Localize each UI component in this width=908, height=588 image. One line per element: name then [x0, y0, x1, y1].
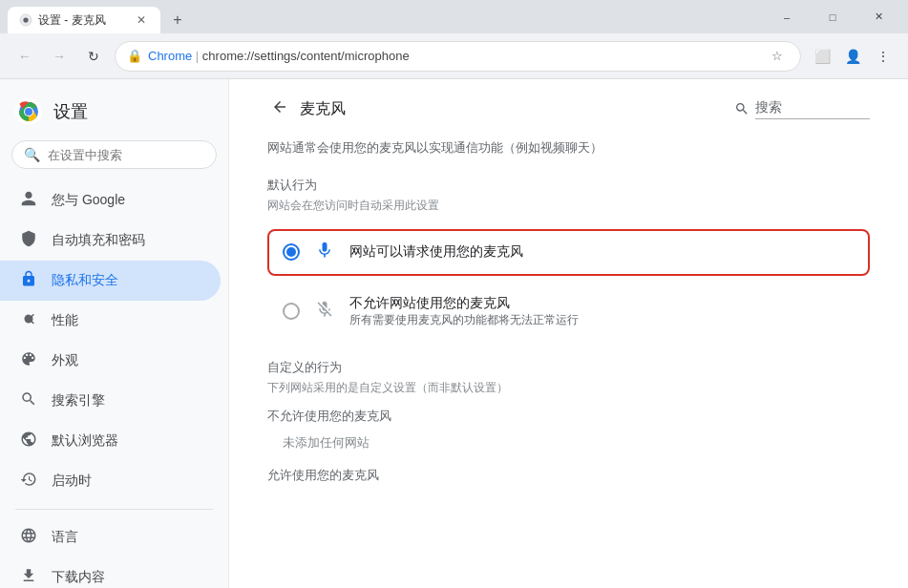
maximize-button[interactable]: □ [811, 2, 855, 32]
window-controls: – □ ✕ [765, 2, 900, 32]
sidebar-item-label-privacy: 隐私和安全 [52, 272, 118, 289]
active-tab[interactable]: 设置 - 麦克风 ✕ [8, 7, 160, 33]
appearance-icon [19, 350, 38, 371]
extension-button[interactable]: ⬜ [809, 43, 835, 70]
default-behavior-sublabel: 网站会在您访问时自动采用此设置 [267, 198, 870, 214]
allow-title: 允许使用您的麦克风 [267, 467, 870, 484]
shield-icon [19, 230, 38, 251]
chrome-logo-icon [15, 98, 42, 125]
sidebar-search-bar[interactable]: 🔍 [11, 140, 217, 169]
person-icon [19, 190, 38, 211]
toolbar-buttons: ⬜ 👤 ⋮ [809, 43, 897, 70]
new-tab-button[interactable]: + [164, 7, 191, 33]
addressbar: ← → ↻ 🔒 Chrome | chrome://settings/conte… [0, 33, 908, 79]
custom-behavior-section: 自定义的行为 下列网站采用的是自定义设置（而非默认设置） 不允许使用您的麦克风 … [267, 359, 870, 484]
custom-behavior-sub: 下列网站采用的是自定义设置（而非默认设置） [267, 380, 870, 396]
sidebar-item-startup[interactable]: 启动时 [0, 461, 221, 501]
tab-area: 设置 - 麦克风 ✕ + [8, 0, 765, 33]
sidebar-item-performance[interactable]: 性能 [0, 301, 221, 341]
account-button[interactable]: 👤 [839, 43, 866, 70]
url-brand: Chrome [148, 49, 192, 63]
radio-option-allow[interactable]: 网站可以请求使用您的麦克风 [267, 229, 870, 276]
sidebar-item-appearance[interactable]: 外观 [0, 341, 221, 381]
sidebar-item-privacy[interactable]: 隐私和安全 [0, 261, 221, 301]
reload-button[interactable]: ↻ [80, 43, 107, 70]
sidebar-item-label-language: 语言 [52, 529, 78, 546]
breadcrumb: 麦克风 [267, 94, 346, 123]
url-actions: ☆ [766, 45, 789, 68]
forward-button[interactable]: → [46, 43, 73, 70]
header-search-icon [734, 101, 750, 116]
sidebar-item-label-startup: 启动时 [52, 472, 92, 490]
url-text: Chrome | chrome://settings/content/micro… [148, 49, 760, 63]
search-engine-icon [19, 390, 38, 411]
download-icon [19, 567, 38, 588]
sidebar-item-google[interactable]: 您与 Google [0, 180, 221, 220]
menu-button[interactable]: ⋮ [870, 43, 897, 70]
sidebar-item-search[interactable]: 搜索引擎 [0, 381, 221, 421]
tab-favicon [19, 13, 32, 27]
url-bar[interactable]: 🔒 Chrome | chrome://settings/content/mic… [115, 41, 801, 72]
settings-main-title: 设置 [53, 100, 88, 123]
main-layout: 设置 🔍 您与 Google 自动填充和密码 隐私和安全 [0, 79, 908, 588]
sidebar-item-label-browser: 默认浏览器 [52, 432, 118, 450]
sidebar-item-language[interactable]: 语言 [0, 517, 221, 557]
back-button[interactable] [267, 94, 292, 123]
no-sites-label: 未添加任何网站 [267, 430, 870, 452]
radio-option-deny[interactable]: 不允许网站使用您的麦克风 所有需要使用麦克风的功能都将无法正常运行 [267, 284, 870, 340]
custom-behavior-title: 自定义的行为 [267, 359, 870, 376]
sidebar-item-autofill[interactable]: 自动填充和密码 [0, 220, 221, 261]
sidebar-item-label-google: 您与 Google [52, 192, 125, 209]
bookmark-button[interactable]: ☆ [766, 45, 789, 68]
titlebar: 设置 - 麦克风 ✕ + – □ ✕ [0, 0, 908, 33]
radio-allow-label: 网站可以请求使用您的麦克风 [349, 243, 523, 261]
sidebar-item-label-appearance: 外观 [52, 352, 78, 369]
lock-icon [19, 270, 38, 291]
radio-deny-label: 不允许网站使用您的麦克风 [349, 295, 579, 312]
sidebar-item-label-autofill: 自动填充和密码 [52, 232, 145, 249]
sidebar-search-icon: 🔍 [24, 147, 40, 162]
sidebar-item-label-downloads: 下载内容 [52, 569, 105, 586]
svg-point-5 [25, 108, 32, 116]
url-path: chrome://settings/content/microphone [202, 49, 410, 63]
sidebar-search-input[interactable] [48, 148, 208, 162]
close-button[interactable]: ✕ [856, 2, 900, 32]
no-allow-title: 不允许使用您的麦克风 [267, 408, 870, 425]
sidebar-item-browser[interactable]: 默认浏览器 [0, 421, 221, 461]
tab-title: 设置 - 麦克风 [38, 12, 128, 29]
sidebar-item-label-search: 搜索引擎 [52, 392, 105, 410]
sidebar-header: 设置 [0, 87, 228, 136]
back-button[interactable]: ← [11, 43, 38, 70]
sidebar-item-label-performance: 性能 [52, 312, 78, 329]
content-area: 麦克风 搜索 网站通常会使用您的麦克风以实现通信功能（例如视频聊天） 默认行为 … [229, 79, 908, 588]
minimize-button[interactable]: – [765, 2, 809, 32]
radio-deny-text: 不允许网站使用您的麦克风 所有需要使用麦克风的功能都将无法正常运行 [349, 295, 579, 328]
radio-deny-circle [283, 303, 300, 320]
page-header: 麦克风 搜索 [229, 79, 908, 131]
header-search-label: 搜索 [755, 99, 870, 119]
performance-icon [19, 310, 38, 331]
radio-allow-circle [283, 243, 300, 261]
page-description: 网站通常会使用您的麦克风以实现通信功能（例如视频聊天） [267, 138, 870, 158]
default-behavior-label: 默认行为 [267, 177, 870, 194]
sidebar-item-downloads[interactable]: 下载内容 [0, 557, 221, 588]
content-body: 网站通常会使用您的麦克风以实现通信功能（例如视频聊天） 默认行为 网站会在您访问… [229, 131, 908, 503]
page-title: 麦克风 [300, 99, 346, 119]
security-icon: 🔒 [127, 49, 142, 63]
startup-icon [19, 471, 38, 492]
radio-deny-sublabel: 所有需要使用麦克风的功能都将无法正常运行 [349, 312, 579, 328]
svg-point-1 [23, 17, 28, 22]
microphone-icon [315, 241, 334, 264]
header-search: 搜索 [734, 99, 870, 119]
microphone-muted-icon [315, 300, 334, 324]
sidebar: 设置 🔍 您与 Google 自动填充和密码 隐私和安全 [0, 79, 229, 588]
browser-icon [19, 430, 38, 452]
tab-close-button[interactable]: ✕ [134, 12, 149, 28]
language-icon [19, 527, 38, 548]
default-behavior-section: 默认行为 网站会在您访问时自动采用此设置 网站可以请求使用您的麦克风 [267, 177, 870, 340]
